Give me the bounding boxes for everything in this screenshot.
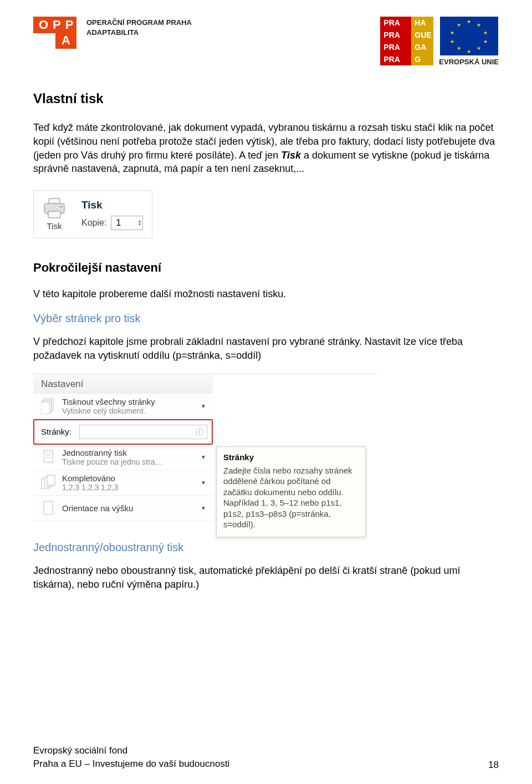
footer-line2: Praha a EU – Investujeme do vaší budoucn… xyxy=(33,757,229,771)
heading-vyber-stranek: Výběr stránek pro tisk xyxy=(33,312,499,325)
program-line2: ADAPTABILITA xyxy=(86,28,192,38)
header-right: PRAHA PRAGUE PRAGA PRAG ★ ★ ★ ★ ★ ★ ★ ★ xyxy=(380,17,499,66)
copies-input[interactable]: 1 ▲▼ xyxy=(111,216,143,230)
chevron-down-icon: ▼ xyxy=(201,403,206,409)
settings-heading: Nastavení xyxy=(33,374,213,394)
print-widget-right: Tisk Kopie: 1 ▲▼ xyxy=(81,199,143,230)
pages-stack-icon xyxy=(40,398,57,414)
copies-label: Kopie: xyxy=(81,218,106,228)
pages-input[interactable]: i xyxy=(79,425,207,439)
oppa-logo-top: OPP xyxy=(33,17,76,33)
pages-tooltip-title: Stránky xyxy=(223,452,359,462)
praha-logo: PRAHA PRAGUE PRAGA PRAG xyxy=(380,17,433,65)
heading-vlastni-tisk: Vlastní tisk xyxy=(33,91,499,106)
info-icon: i xyxy=(196,428,203,436)
setting-collated[interactable]: Kompletováno 1,2,3 1,2,3 1,2,3 ▼ xyxy=(33,470,213,496)
program-name: OPERAČNÍ PROGRAM PRAHA ADAPTABILITA xyxy=(86,17,192,38)
copies-value: 1 xyxy=(116,218,121,228)
paragraph-pokr: V této kapitole probereme další možnosti… xyxy=(33,287,499,301)
setting-pages-highlighted[interactable]: Stránky: i xyxy=(33,419,213,445)
footer-line1: Evropský sociální fond xyxy=(33,744,229,757)
eu-label: EVROPSKÁ UNIE xyxy=(439,58,499,66)
chevron-down-icon: ▼ xyxy=(201,454,206,460)
svg-point-3 xyxy=(60,206,62,208)
print-widget: Tisk Tisk Kopie: 1 ▲▼ xyxy=(33,190,152,238)
oppa-logo: OPP A xyxy=(33,17,76,49)
heading-jednostranny: Jednostranný/oboustranný tisk xyxy=(33,541,499,554)
setting-one-sided[interactable]: Jednostranný tisk Tiskne pouze na jednu … xyxy=(33,445,213,470)
portrait-page-icon xyxy=(40,500,57,516)
intro-paragraph: Teď když máte zkontrolované, jak dokumen… xyxy=(33,121,499,176)
header-left: OPP A OPERAČNÍ PROGRAM PRAHA ADAPTABILIT… xyxy=(33,17,192,49)
eu-flag-block: ★ ★ ★ ★ ★ ★ ★ ★ ★ ★ EVROPSKÁ UNIE xyxy=(439,17,499,66)
heading-pokrocilejsi: Pokročilejší nastavení xyxy=(33,261,499,275)
print-widget-title: Tisk xyxy=(81,199,143,211)
oppa-logo-bottom: A xyxy=(55,33,76,49)
collate-icon xyxy=(40,475,57,490)
svg-rect-7 xyxy=(44,450,53,462)
eu-flag-icon: ★ ★ ★ ★ ★ ★ ★ ★ ★ ★ xyxy=(440,17,498,55)
printer-icon xyxy=(42,198,66,219)
print-button-label: Tisk xyxy=(47,221,62,231)
svg-rect-2 xyxy=(48,211,60,218)
setting-print-all-pages[interactable]: Tisknout všechny stránky Vytiskne celý d… xyxy=(33,394,213,419)
page-number: 18 xyxy=(488,760,499,771)
page-footer: Evropský sociální fond Praha a EU – Inve… xyxy=(33,744,499,771)
program-line1: OPERAČNÍ PROGRAM PRAHA xyxy=(86,18,192,28)
chevron-down-icon: ▼ xyxy=(201,505,206,511)
pages-tooltip-body: Zadejte čísla nebo rozsahy stránek odděl… xyxy=(223,465,359,530)
svg-rect-13 xyxy=(47,475,55,485)
setting-portrait-orientation[interactable]: Orientace na výšku ▼ xyxy=(33,496,213,521)
paragraph-vyber: V předchozí kapitole jsme probrali zákla… xyxy=(33,335,499,363)
svg-rect-14 xyxy=(44,501,53,515)
page-header: OPP A OPERAČNÍ PROGRAM PRAHA ADAPTABILIT… xyxy=(33,17,499,66)
spinner-icon[interactable]: ▲▼ xyxy=(137,220,141,227)
chevron-down-icon: ▼ xyxy=(201,480,206,486)
svg-rect-6 xyxy=(41,402,50,414)
pages-tooltip: Stránky Zadejte čísla nebo rozsahy strán… xyxy=(216,446,366,537)
pages-label: Stránky: xyxy=(41,427,71,436)
print-button[interactable]: Tisk xyxy=(39,196,69,232)
single-page-icon xyxy=(40,449,57,465)
settings-panel: Nastavení Tisknout všechny stránky Vytis… xyxy=(33,374,377,521)
paragraph-jednostranny: Jednostranný nebo oboustranný tisk, auto… xyxy=(33,564,499,592)
copies-row: Kopie: 1 ▲▼ xyxy=(81,216,143,230)
